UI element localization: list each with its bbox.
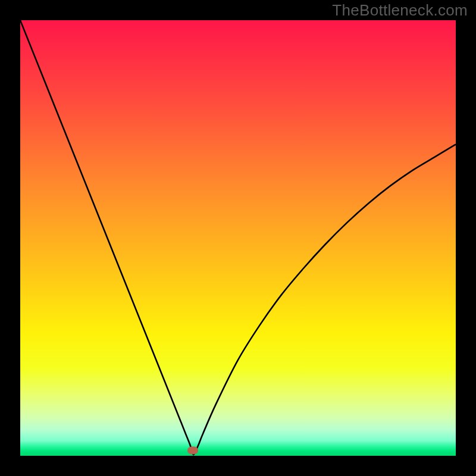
plot-area [20,20,456,456]
watermark-text: TheBottleneck.com [332,1,468,20]
optimal-point-marker [187,447,198,455]
curve-path [20,20,456,455]
bottleneck-curve [20,20,456,456]
chart-frame: TheBottleneck.com [0,0,476,476]
